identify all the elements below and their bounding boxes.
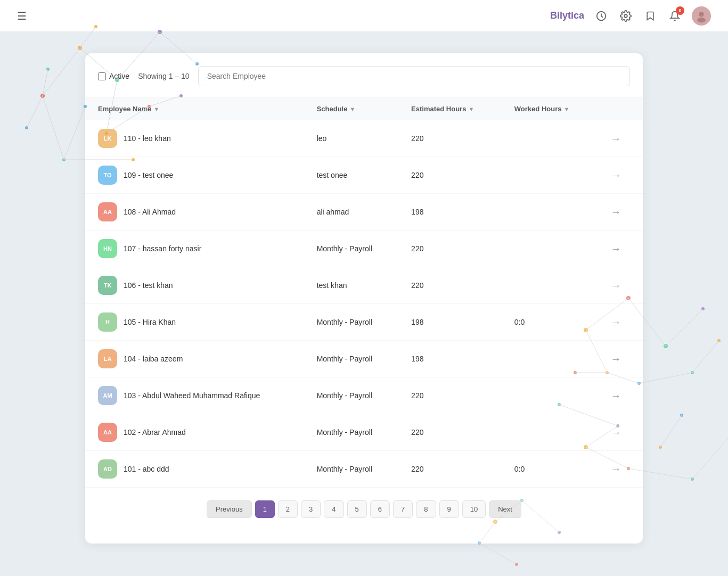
active-filter[interactable]: Active [98, 72, 129, 80]
worked-hours-cell [502, 377, 596, 414]
main-card: Active Showing 1 – 10 Employee Name ▼ [85, 53, 643, 544]
table-row: HN 107 - hassan forty nasir Monthly - Pa… [85, 231, 643, 267]
table-row: AA 102 - Abrar Ahmad Monthly - Payroll 2… [85, 414, 643, 451]
employee-name: 110 - leo khan [124, 134, 171, 143]
row-arrow-button[interactable]: → [608, 351, 623, 367]
row-action-cell: → [595, 267, 643, 304]
page-5-button[interactable]: 5 [347, 500, 367, 518]
employee-name: 105 - Hira Khan [124, 318, 176, 326]
bookmark-icon[interactable] [643, 9, 658, 23]
employee-name-cell: AA 102 - Abrar Ahmad [85, 414, 304, 451]
worked-hours-cell: 0:0 [502, 304, 596, 341]
employee-name-cell: LK 110 - leo khan [85, 120, 304, 157]
row-arrow-button[interactable]: → [608, 130, 623, 147]
row-arrow-button[interactable]: → [608, 388, 623, 404]
page-4-button[interactable]: 4 [324, 500, 343, 518]
estimated-hours-cell: 220 [398, 451, 502, 488]
employee-avatar: LA [98, 349, 117, 368]
estimated-hours-cell: 198 [398, 341, 502, 377]
employee-name: 102 - Abrar Ahmad [124, 428, 186, 437]
hamburger-icon[interactable]: ☰ [17, 10, 27, 22]
table-body: LK 110 - leo khan leo 220 → TO 109 - tes… [85, 120, 643, 488]
employee-avatar: AD [98, 459, 117, 479]
employee-name: 108 - Ali Ahmad [124, 208, 176, 216]
row-arrow-button[interactable]: → [608, 167, 623, 184]
next-button[interactable]: Next [489, 500, 521, 518]
page-10-button[interactable]: 10 [462, 500, 486, 518]
row-arrow-button[interactable]: → [608, 461, 623, 478]
table-row: LK 110 - leo khan leo 220 → [85, 120, 643, 157]
worked-hours-cell [502, 414, 596, 451]
employee-name-cell: H 105 - Hira Khan [85, 304, 304, 341]
employee-name: 109 - test onee [124, 171, 173, 179]
row-action-cell: → [595, 414, 643, 451]
employee-avatar: TK [98, 276, 117, 295]
search-input[interactable] [198, 66, 630, 86]
employee-name-cell: TO 109 - test onee [85, 157, 304, 194]
row-action-cell: → [595, 120, 643, 157]
page-9-button[interactable]: 9 [439, 500, 459, 518]
showing-text: Showing 1 – 10 [138, 72, 190, 80]
employee-avatar: TO [98, 166, 117, 185]
svg-point-68 [624, 14, 627, 18]
estimated-hours-cell: 220 [398, 120, 502, 157]
employee-name-cell: HN 107 - hassan forty nasir [85, 231, 304, 267]
employee-name: 107 - hassan forty nasir [124, 244, 201, 253]
col-action [595, 97, 643, 120]
row-action-cell: → [595, 304, 643, 341]
page-6-button[interactable]: 6 [370, 500, 390, 518]
row-arrow-button[interactable]: → [608, 241, 623, 257]
row-arrow-button[interactable]: → [608, 314, 623, 331]
row-action-cell: → [595, 157, 643, 194]
table-row: LA 104 - laiba azeem Monthly - Payroll 1… [85, 341, 643, 377]
page-1-button[interactable]: 1 [255, 500, 275, 518]
content-area: Active Showing 1 – 10 Employee Name ▼ [0, 32, 728, 565]
page-3-button[interactable]: 3 [301, 500, 321, 518]
table-row: H 105 - Hira Khan Monthly - Payroll 198 … [85, 304, 643, 341]
schedule-cell: Monthly - Payroll [304, 231, 398, 267]
gear-icon[interactable] [618, 9, 633, 23]
employee-avatar: HN [98, 239, 117, 258]
employee-name-cell: AA 108 - Ali Ahmad [85, 194, 304, 231]
row-arrow-button[interactable]: → [608, 277, 623, 294]
employee-name: 101 - abc ddd [124, 465, 169, 473]
estimated-hours-cell: 220 [398, 267, 502, 304]
employee-table: Employee Name ▼ Schedule ▼ [85, 97, 643, 488]
page-8-button[interactable]: 8 [416, 500, 436, 518]
page-2-button[interactable]: 2 [278, 500, 298, 518]
col-worked-hours[interactable]: Worked Hours ▼ [502, 97, 596, 120]
user-avatar[interactable] [692, 6, 711, 26]
notification-badge: 0 [676, 6, 684, 15]
estimated-hours-cell: 220 [398, 414, 502, 451]
table-row: AM 103 - Abdul Waheed Muhammad Rafique M… [85, 377, 643, 414]
svg-point-70 [699, 12, 704, 17]
clock-icon[interactable] [594, 9, 609, 23]
estimated-hours-cell: 198 [398, 194, 502, 231]
sort-arrow-estimated: ▼ [468, 106, 474, 112]
schedule-cell: Monthly - Payroll [304, 341, 398, 377]
row-action-cell: → [595, 231, 643, 267]
estimated-hours-cell: 220 [398, 377, 502, 414]
active-checkbox-input[interactable] [98, 72, 106, 80]
notification-bell-icon[interactable]: 0 [667, 9, 682, 23]
schedule-cell: Monthly - Payroll [304, 414, 398, 451]
col-schedule[interactable]: Schedule ▼ [304, 97, 398, 120]
worked-hours-cell [502, 231, 596, 267]
navbar-left: ☰ [17, 10, 27, 22]
page-7-button[interactable]: 7 [393, 500, 413, 518]
filter-bar: Active Showing 1 – 10 [85, 66, 643, 97]
sort-arrow-schedule: ▼ [349, 106, 355, 112]
col-estimated-hours[interactable]: Estimated Hours ▼ [398, 97, 502, 120]
schedule-cell: test onee [304, 157, 398, 194]
table-row: AD 101 - abc ddd Monthly - Payroll 220 0… [85, 451, 643, 488]
brand-name: Bilytica [550, 10, 584, 21]
row-arrow-button[interactable]: → [608, 204, 623, 220]
sort-arrow-name: ▼ [153, 106, 159, 112]
previous-button[interactable]: Previous [207, 500, 252, 518]
employee-avatar: LK [98, 129, 117, 148]
worked-hours-cell [502, 341, 596, 377]
col-employee-name[interactable]: Employee Name ▼ [85, 97, 304, 120]
row-arrow-button[interactable]: → [608, 424, 623, 441]
employee-name: 106 - test khan [124, 281, 173, 290]
employee-avatar: H [98, 312, 117, 332]
